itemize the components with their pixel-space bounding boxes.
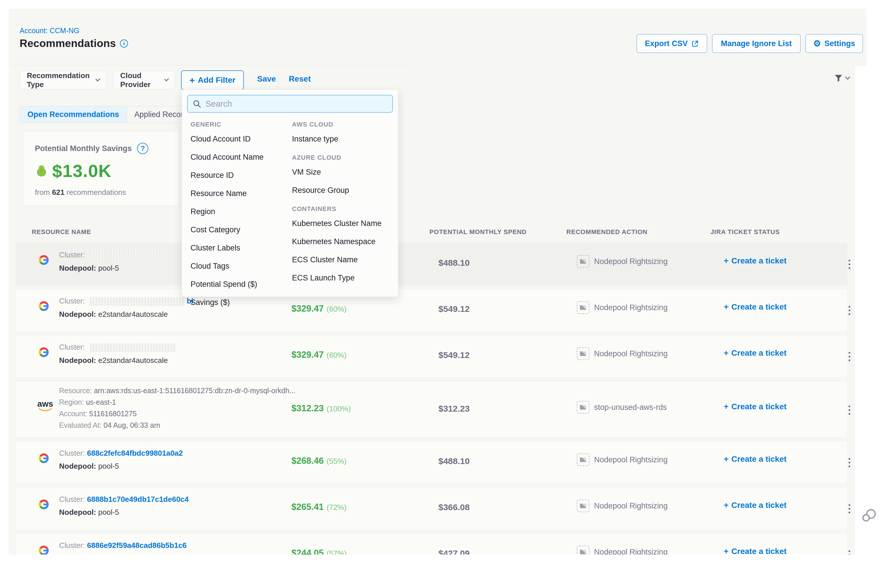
cluster-line: Cluster: bi bbox=[59, 297, 194, 306]
rightsizing-icon bbox=[577, 301, 590, 314]
savings-percent: (72%) bbox=[327, 503, 346, 512]
create-ticket-button[interactable]: +Create a ticket bbox=[724, 348, 787, 358]
manage-ignore-list-button[interactable]: Manage Ignore List bbox=[712, 34, 801, 53]
account-breadcrumb[interactable]: Account: CCM-NG bbox=[20, 27, 79, 35]
dropdown-filter-option[interactable]: Savings ($) bbox=[190, 298, 292, 307]
potential-monthly-spend: $427.09 bbox=[438, 549, 470, 555]
add-filter-dropdown: GENERICCloud Account IDCloud Account Nam… bbox=[182, 89, 398, 297]
detail-value: arn:aws:rds:us-east-1:511616801275:db:zn… bbox=[94, 387, 296, 394]
scroll-gutter[interactable] bbox=[854, 66, 866, 555]
dropdown-filter-option[interactable]: Cost Category bbox=[190, 225, 292, 234]
nodepool-value: e2standar4autoscale bbox=[98, 356, 168, 364]
nodepool-value: pool-5 bbox=[98, 462, 119, 470]
plus-icon: + bbox=[724, 402, 728, 411]
savings-amount: $312.23 bbox=[291, 403, 324, 413]
monthly-savings: $312.23(100%) bbox=[291, 403, 351, 414]
dropdown-section-heading: GENERIC bbox=[190, 121, 292, 128]
cluster-line: Cluster: 688c2fefc84fbdc99801a0a2 bbox=[59, 449, 183, 458]
add-filter-button[interactable]: + Add Filter bbox=[181, 70, 244, 90]
row-menu-button[interactable] bbox=[844, 548, 855, 555]
gcp-icon bbox=[37, 254, 51, 268]
dropdown-search-input[interactable] bbox=[206, 99, 388, 109]
cluster-link[interactable]: 6886e92f59a48cad86b5b1c6 bbox=[87, 541, 187, 550]
cluster-link[interactable]: 6888b1c70e49db17c1de60c4 bbox=[87, 495, 189, 504]
dropdown-search-box bbox=[187, 95, 393, 113]
cluster-label: Cluster: bbox=[59, 297, 87, 305]
dropdown-filter-option[interactable]: Cluster Labels bbox=[190, 243, 292, 252]
row-menu-button[interactable] bbox=[844, 403, 855, 417]
gcp-icon bbox=[37, 346, 51, 360]
settings-button[interactable]: ⚙ Settings bbox=[806, 34, 863, 53]
cluster-link[interactable]: 688c2fefc84fbdc99801a0a2 bbox=[87, 449, 183, 458]
filter-divider bbox=[278, 73, 278, 88]
resource-name-cell: Cluster: 6888b1c70e49db17c1de60c4Nodepoo… bbox=[59, 495, 189, 517]
detail-value: us-east-1 bbox=[86, 398, 116, 406]
save-filter-button[interactable]: Save bbox=[257, 74, 276, 84]
export-csv-button[interactable]: Export CSV bbox=[636, 34, 707, 53]
dropdown-filter-option[interactable]: Potential Spend ($) bbox=[190, 280, 292, 289]
dropdown-filter-option[interactable]: Cloud Account Name bbox=[190, 153, 292, 162]
detail-value: 511616801275 bbox=[89, 410, 136, 418]
plus-icon: + bbox=[724, 454, 728, 464]
funnel-icon bbox=[834, 73, 843, 83]
tab-open-recommendations[interactable]: Open Recommendations bbox=[20, 106, 126, 123]
money-bag-icon bbox=[35, 164, 48, 177]
manage-ignore-list-label: Manage Ignore List bbox=[721, 39, 792, 48]
create-ticket-button[interactable]: +Create a ticket bbox=[724, 302, 787, 312]
row-menu-button[interactable] bbox=[844, 350, 855, 363]
savings-percent: (60%) bbox=[327, 351, 346, 359]
dropdown-filter-option[interactable]: ECS Launch Type bbox=[292, 273, 393, 282]
chat-icon[interactable] bbox=[861, 508, 878, 525]
filter-panel-toggle[interactable] bbox=[834, 73, 849, 83]
gcp-icon bbox=[37, 452, 51, 466]
dropdown-filter-option[interactable]: Resource Name bbox=[190, 189, 292, 198]
nodepool-line: Nodepool: pool-5 bbox=[59, 462, 183, 471]
row-menu-button[interactable] bbox=[844, 257, 855, 271]
rightsizing-icon bbox=[577, 347, 590, 360]
cloud-provider-filter[interactable]: Cloud Provider bbox=[113, 71, 175, 89]
table-row: Cluster: 6886e92f59a48cad86b5b1c6$244.05… bbox=[16, 533, 848, 555]
dropdown-section-heading: CONTAINERS bbox=[292, 205, 393, 213]
rightsizing-icon bbox=[577, 401, 590, 414]
row-menu-button[interactable] bbox=[844, 456, 855, 470]
export-csv-label: Export CSV bbox=[645, 39, 688, 48]
create-ticket-button[interactable]: +Create a ticket bbox=[724, 256, 787, 266]
rightsizing-icon bbox=[577, 546, 590, 555]
dropdown-filter-option[interactable]: VM Size bbox=[292, 168, 393, 177]
create-ticket-button[interactable]: +Create a ticket bbox=[724, 547, 787, 555]
potential-monthly-spend: $366.08 bbox=[438, 502, 470, 512]
nodepool-label: Nodepool: bbox=[59, 356, 98, 364]
action-label: Nodepool Rightsizing bbox=[594, 303, 668, 312]
cluster-label: Cluster: bbox=[59, 250, 87, 259]
dropdown-filter-option[interactable]: Kubernetes Cluster Name bbox=[292, 219, 393, 228]
create-ticket-button[interactable]: +Create a ticket bbox=[724, 402, 787, 411]
dropdown-filter-option[interactable]: Cloud Tags bbox=[190, 262, 292, 271]
create-ticket-button[interactable]: +Create a ticket bbox=[724, 454, 787, 464]
create-ticket-label: Create a ticket bbox=[731, 454, 786, 464]
monthly-savings: $244.05(57%) bbox=[291, 548, 346, 555]
info-icon[interactable]: i bbox=[120, 39, 128, 48]
dropdown-filter-option[interactable]: Cloud Account ID bbox=[190, 135, 292, 144]
savings-amount: $13.0K bbox=[52, 160, 111, 181]
reset-filter-button[interactable]: Reset bbox=[289, 74, 311, 84]
row-menu-button[interactable] bbox=[844, 303, 855, 317]
create-ticket-label: Create a ticket bbox=[731, 402, 786, 411]
recommendation-type-filter[interactable]: Recommendation Type bbox=[20, 71, 106, 89]
dropdown-filter-option[interactable]: ECS Cluster Name bbox=[292, 255, 393, 264]
resource-detail-line: Resource: arn:aws:rds:us-east-1:51161680… bbox=[59, 387, 295, 395]
redacted-cluster-name bbox=[90, 251, 162, 260]
row-menu-button[interactable] bbox=[844, 502, 855, 516]
dropdown-filter-option[interactable]: Resource ID bbox=[190, 171, 292, 180]
dropdown-filter-option[interactable]: Resource Group bbox=[292, 186, 393, 195]
dropdown-filter-option[interactable]: Kubernetes Namespace bbox=[292, 237, 393, 246]
dropdown-filter-option[interactable]: Instance type bbox=[292, 135, 393, 144]
cluster-line: Cluster: 6886e92f59a48cad86b5b1c6 bbox=[59, 541, 186, 550]
redacted-cluster-name bbox=[90, 343, 176, 352]
savings-card-label: Potential Monthly Savings bbox=[35, 144, 132, 153]
dropdown-filter-option[interactable]: Region bbox=[190, 207, 292, 216]
create-ticket-label: Create a ticket bbox=[731, 348, 786, 358]
create-ticket-button[interactable]: +Create a ticket bbox=[724, 501, 787, 510]
help-icon[interactable]: ? bbox=[137, 142, 148, 154]
gcp-icon bbox=[37, 498, 51, 512]
recommendation-type-label: Recommendation Type bbox=[27, 71, 92, 89]
